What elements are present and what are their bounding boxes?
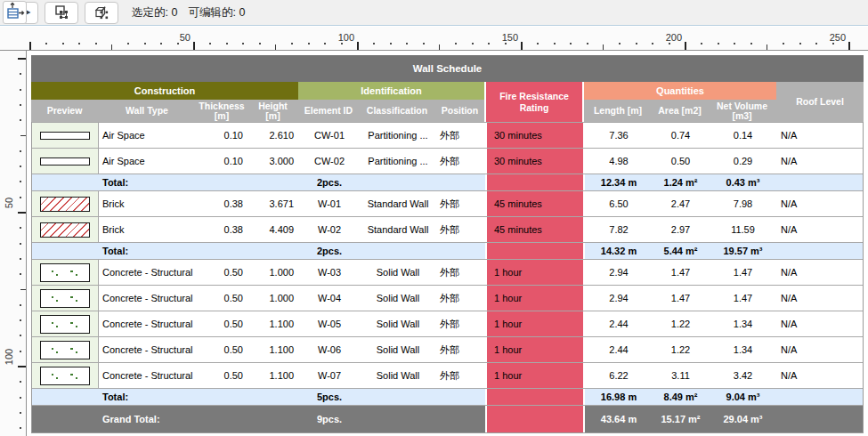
cell-area[interactable]: 2.47 [653,191,709,216]
cell-preview[interactable] [32,123,99,148]
column-header-area[interactable]: Area [m2] [652,100,708,122]
cell-element_id[interactable]: W-04 [299,286,360,311]
cell-element_id[interactable]: W-02 [299,217,360,242]
cell-height[interactable]: 1.100 [248,363,299,388]
cell-position[interactable]: 外部 [436,337,485,362]
cell-position[interactable]: 外部 [436,363,485,388]
cell-height[interactable]: 1.000 [248,286,299,311]
cell-roof[interactable]: N/A [777,286,864,311]
cell-area[interactable]: 2.97 [653,217,709,242]
cell-classification[interactable]: Solid Wall [360,260,436,285]
cell-classification[interactable]: Solid Wall [360,311,436,336]
cell-wall_type[interactable]: Concrete - Structural [99,311,197,336]
cell-position[interactable]: 外部 [436,311,485,336]
cell-roof[interactable]: N/A [777,217,864,242]
cell-fire[interactable]: 1 hour [485,337,585,362]
cell-preview[interactable] [32,149,99,174]
cell-wall_type[interactable]: Concrete - Structural [99,363,197,388]
cell-net_volume[interactable]: 1.34 [709,311,777,336]
cell-height[interactable]: 1.000 [248,260,299,285]
cell-length[interactable]: 2.94 [585,286,653,311]
cell-wall_type[interactable]: Air Space [99,149,197,174]
cell-roof[interactable]: N/A [777,123,864,148]
cell-fire[interactable]: 1 hour [485,311,585,336]
cell-thickness[interactable]: 0.38 [197,191,248,216]
column-header-preview[interactable]: Preview [31,100,98,122]
cell-position[interactable]: 外部 [436,286,485,311]
cell-area[interactable]: 1.22 [653,337,709,362]
column-header-height[interactable]: Height [m] [247,100,298,122]
cell-net_volume[interactable]: 11.59 [709,217,777,242]
cell-wall_type[interactable]: Brick [99,217,197,242]
cell-preview[interactable] [32,311,99,336]
cell-position[interactable]: 外部 [436,217,485,242]
cell-classification[interactable]: Solid Wall [360,286,436,311]
column-header-fire[interactable]: Fire Resistance Rating [484,82,584,122]
cell-preview[interactable] [32,191,99,216]
cell-net_volume[interactable]: 3.42 [709,363,777,388]
cell-element_id[interactable]: W-03 [299,260,360,285]
cell-area[interactable]: 1.47 [653,286,709,311]
cell-length[interactable]: 2.44 [585,311,653,336]
cell-preview[interactable] [32,337,99,362]
cell-wall_type[interactable]: Concrete - Structural [99,260,197,285]
cell-area[interactable]: 0.74 [653,123,709,148]
column-header-position[interactable]: Position [435,100,484,122]
cell-roof[interactable]: N/A [777,311,864,336]
cell-length[interactable]: 4.98 [585,149,653,174]
cell-element_id[interactable]: CW-02 [299,149,360,174]
cell-thickness[interactable]: 0.50 [197,363,248,388]
column-header-length[interactable]: Length [m] [584,100,652,122]
ruler-origin-button[interactable] [3,1,27,24]
column-header-wall_type[interactable]: Wall Type [98,100,196,122]
cell-roof[interactable]: N/A [777,363,864,388]
cell-roof[interactable]: N/A [777,260,864,285]
column-header-roof[interactable]: Roof Level [776,82,864,122]
cell-element_id[interactable]: W-07 [299,363,360,388]
cell-net_volume[interactable]: 7.98 [709,191,777,216]
cell-area[interactable]: 1.22 [653,311,709,336]
cell-length[interactable]: 7.36 [585,123,653,148]
column-header-classification[interactable]: Classification [359,100,435,122]
cell-length[interactable]: 6.50 [585,191,653,216]
cell-fire[interactable]: 45 minutes [485,191,585,216]
cell-net_volume[interactable]: 1.47 [709,260,777,285]
cell-position[interactable]: 外部 [436,191,485,216]
cell-thickness[interactable]: 0.50 [197,337,248,362]
cell-classification[interactable]: Partitioning ... [360,149,436,174]
cell-element_id[interactable]: CW-01 [299,123,360,148]
cell-position[interactable]: 外部 [436,260,485,285]
cell-height[interactable]: 1.100 [248,337,299,362]
cell-thickness[interactable]: 0.38 [197,217,248,242]
cell-classification[interactable]: Solid Wall [360,337,436,362]
select-elements-button[interactable] [85,2,118,24]
cell-classification[interactable]: Standard Wall [360,217,436,242]
cell-thickness[interactable]: 0.50 [197,311,248,336]
cell-height[interactable]: 3.671 [248,191,299,216]
cell-length[interactable]: 2.44 [585,337,653,362]
cell-length[interactable]: 2.94 [585,260,653,285]
cell-wall_type[interactable]: Air Space [99,123,197,148]
cell-wall_type[interactable]: Concrete - Structural [99,337,197,362]
cell-net_volume[interactable]: 1.34 [709,337,777,362]
cell-length[interactable]: 6.22 [585,363,653,388]
cell-fire[interactable]: 30 minutes [485,123,585,148]
cell-thickness[interactable]: 0.10 [197,149,248,174]
cell-roof[interactable]: N/A [777,149,864,174]
cell-height[interactable]: 1.100 [248,311,299,336]
column-header-thickness[interactable]: Thickness [m] [196,100,247,122]
cell-preview[interactable] [32,286,99,311]
cell-roof[interactable]: N/A [777,337,864,362]
cell-thickness[interactable]: 0.10 [197,123,248,148]
cell-fire[interactable]: 30 minutes [485,149,585,174]
cell-thickness[interactable]: 0.50 [197,286,248,311]
cell-fire[interactable]: 1 hour [485,260,585,285]
cell-thickness[interactable]: 0.50 [197,260,248,285]
cell-element_id[interactable]: W-05 [299,311,360,336]
cell-fire[interactable]: 45 minutes [485,217,585,242]
cell-wall_type[interactable]: Brick [99,191,197,216]
cell-wall_type[interactable]: Concrete - Structural [99,286,197,311]
cell-position[interactable]: 外部 [436,123,485,148]
cell-preview[interactable] [32,363,99,388]
cell-element_id[interactable]: W-06 [299,337,360,362]
